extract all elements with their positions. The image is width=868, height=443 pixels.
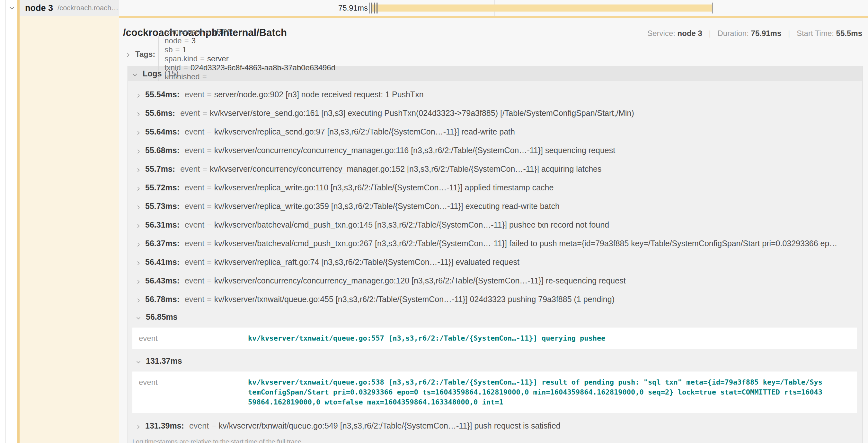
log-entry-expanded-header[interactable]: 131.37ms — [128, 352, 862, 369]
meta-separator: | — [788, 29, 790, 38]
service-value: node 3 — [678, 29, 702, 38]
log-entry-row[interactable]: 131.39ms:event=kv/kvserver/txnwait/queue… — [128, 416, 862, 435]
tag-value: gRPC — [212, 27, 232, 36]
span-meta: Service: node 3 | Duration: 75.91ms | St… — [647, 29, 862, 38]
log-field-value: kv/kvserver/txnwait/queue.go:557 [n3,s3,… — [248, 333, 606, 343]
chevron-right-icon[interactable] — [135, 259, 141, 265]
tags-accordion-header[interactable]: Tags: component=gRPCnode=3sb=1span.kind=… — [123, 45, 862, 63]
log-field-value: kv/kvserver/batcheval/cmd_push_txn.go:26… — [214, 239, 837, 248]
span-name-column[interactable]: node 3 /cockroach.roach… — [20, 0, 119, 16]
log-entry-row[interactable]: 55.73ms:event=kv/kvserver/replica_write.… — [128, 197, 862, 215]
log-entry-row[interactable]: 55.54ms:event=server/node.go:902 [n3] no… — [128, 85, 862, 104]
log-timestamp: 55.72ms: — [145, 183, 180, 192]
span-duration-label: 75.91ms — [338, 0, 368, 16]
span-duration-bar[interactable] — [372, 4, 713, 11]
chevron-down-icon[interactable] — [135, 357, 142, 364]
equals-sign: = — [205, 27, 210, 36]
log-entry-row[interactable]: 56.31ms:event=kv/kvserver/batcheval/cmd_… — [128, 215, 862, 234]
service-label: Service: — [647, 29, 675, 38]
chevron-right-icon[interactable] — [125, 51, 131, 58]
log-timestamp: 55.6ms: — [145, 108, 175, 118]
left-gutter-divider — [5, 0, 6, 443]
tag-pill: component=gRPC — [158, 27, 341, 36]
log-entry-expanded-header[interactable]: 56.85ms — [128, 308, 862, 325]
start-time-value: 55.5ms — [836, 29, 862, 38]
log-field-key: event — [185, 146, 204, 155]
tag-value: 024d3323-6c8f-4863-aa8b-37ab0e63496d — [190, 63, 335, 72]
chevron-down-icon[interactable] — [132, 71, 138, 77]
log-field-key: event — [180, 164, 200, 174]
chevron-right-icon[interactable] — [135, 422, 141, 429]
log-timestamp: 56.43ms: — [145, 276, 180, 285]
log-field-value: kv/kvserver/concurrency/concurrency_mana… — [210, 164, 602, 174]
log-timestamp: 131.37ms — [146, 356, 182, 366]
log-entry-row[interactable]: 56.43ms:event=kv/kvserver/concurrency/co… — [128, 271, 862, 290]
log-entry-row[interactable]: 56.41ms:event=kv/kvserver/replica_raft.g… — [128, 253, 862, 271]
log-entry-row[interactable]: 55.64ms:event=kv/kvserver/replica_send.g… — [128, 122, 862, 141]
log-entry-row[interactable]: 55.68ms:event=kv/kvserver/concurrency/co… — [128, 141, 862, 160]
span-operation-name: /cockroach.roach… — [58, 4, 119, 12]
equals-sign: = — [207, 183, 212, 192]
chevron-right-icon[interactable] — [135, 203, 141, 209]
tag-pill: node=3 — [158, 36, 341, 45]
equals-sign: = — [207, 146, 212, 155]
log-field-value: kv/kvserver/replica_write.go:110 [n3,s3,… — [214, 183, 554, 192]
chevron-right-icon[interactable] — [135, 147, 141, 154]
logs-accordion: Logs (15) 55.54ms:event=server/node.go:9… — [127, 66, 863, 443]
log-field-key: event — [185, 127, 204, 136]
span-tick-mark — [377, 3, 378, 13]
tag-value: 1 — [183, 45, 187, 54]
span-tick-mark — [369, 3, 370, 13]
log-field-value: kv/kvserver/concurrency/concurrency_mana… — [214, 146, 615, 155]
span-detail-panel: /cockroach.roachpb.Internal/Batch Servic… — [119, 16, 868, 443]
log-entry-row[interactable]: 56.78ms:event=kv/kvserver/txnwait/queue.… — [128, 290, 862, 308]
log-timestamp: 55.73ms: — [145, 202, 180, 211]
detail-row-accent[interactable] — [20, 16, 119, 443]
chevron-right-icon[interactable] — [135, 184, 141, 191]
log-field-key: event — [189, 421, 209, 431]
log-entry-row[interactable]: 55.72ms:event=kv/kvserver/replica_write.… — [128, 178, 862, 197]
tag-key: span.kind — [164, 54, 197, 63]
chevron-right-icon[interactable] — [135, 222, 141, 228]
tag-value: server — [207, 54, 229, 63]
log-field-key: event — [180, 108, 200, 118]
chevron-right-icon[interactable] — [135, 110, 141, 116]
tag-key: sb — [164, 45, 173, 54]
span-indent-stripe — [17, 0, 20, 443]
meta-separator: | — [709, 29, 711, 38]
log-timestamp: 56.78ms: — [145, 295, 180, 304]
equals-sign: = — [200, 54, 205, 63]
log-field-key: event — [139, 377, 248, 407]
chevron-right-icon[interactable] — [135, 91, 141, 98]
log-field-value: kv/kvserver/store_send.go:161 [n3,s3] ex… — [210, 108, 634, 118]
tag-pill: txnid=024d3323-6c8f-4863-aa8b-37ab0e6349… — [158, 63, 341, 72]
tag-value: 3 — [191, 36, 196, 45]
tag-pill: unfinished= — [158, 72, 341, 81]
log-field-value: kv/kvserver/replica_write.go:359 [n3,s3,… — [214, 202, 560, 211]
equals-sign: = — [207, 127, 212, 136]
equals-sign: = — [176, 45, 180, 54]
log-field-value: kv/kvserver/replica_send.go:97 [n3,s3,r6… — [214, 127, 515, 136]
equals-sign: = — [184, 36, 189, 45]
equals-sign: = — [207, 202, 212, 211]
chevron-right-icon[interactable] — [135, 240, 141, 246]
equals-sign: = — [207, 90, 212, 99]
chevron-right-icon[interactable] — [135, 296, 141, 302]
log-entry-row[interactable]: 55.6ms:event=kv/kvserver/store_send.go:1… — [128, 104, 862, 122]
equals-sign: = — [207, 258, 212, 267]
chevron-right-icon[interactable] — [135, 166, 141, 172]
log-timestamp: 56.31ms: — [145, 220, 180, 230]
chevron-right-icon[interactable] — [135, 277, 141, 284]
log-timestamp: 56.41ms: — [145, 258, 180, 267]
log-field-key: event — [185, 202, 204, 211]
log-entry-row[interactable]: 55.7ms:event=kv/kvserver/concurrency/con… — [128, 160, 862, 178]
chevron-down-icon[interactable] — [135, 314, 142, 320]
chevron-down-icon[interactable] — [8, 4, 16, 11]
span-row[interactable]: node 3 /cockroach.roach… 75.91ms — [0, 0, 868, 16]
chevron-right-icon[interactable] — [135, 128, 141, 135]
equals-sign: = — [207, 239, 212, 248]
log-detail-card: eventkv/kvserver/txnwait/queue.go:557 [n… — [132, 327, 857, 349]
equals-sign: = — [211, 421, 216, 431]
log-entry-row[interactable]: 56.37ms:event=kv/kvserver/batcheval/cmd_… — [128, 234, 862, 253]
logs-title: Logs — [143, 69, 162, 78]
